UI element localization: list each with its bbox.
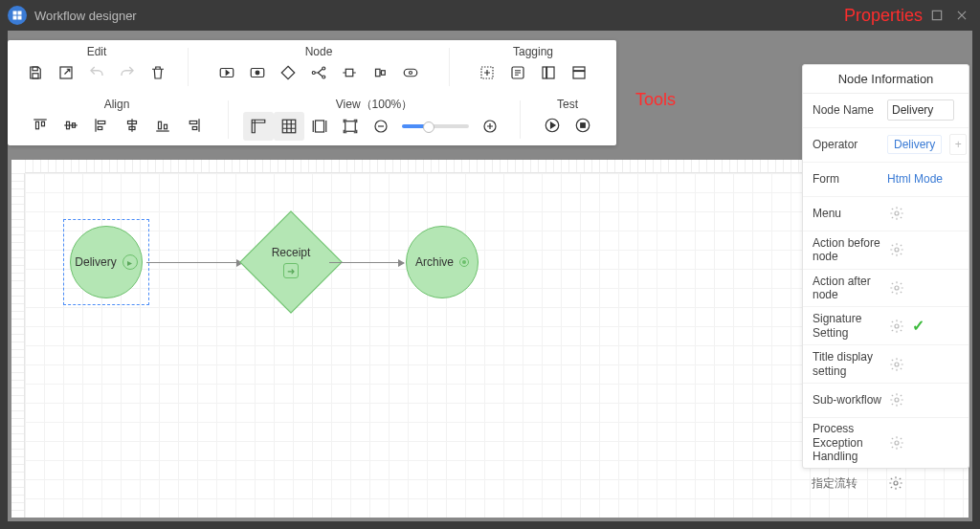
exception-settings-button[interactable] [887,433,906,452]
align-right-icon[interactable] [178,111,209,140]
edge-receipt-archive[interactable] [329,262,404,263]
prop-label-subworkflow: Sub-workflow [813,393,887,407]
prop-row-form: Form Html Mode [803,163,969,197]
svg-rect-35 [345,121,356,132]
svg-rect-31 [189,121,197,124]
svg-rect-20 [573,72,585,79]
maximize-icon[interactable] [926,5,947,26]
prop-row-menu: Menu [803,197,969,231]
save-icon[interactable] [20,58,51,87]
title-display-settings-button[interactable] [887,355,906,374]
loop-node-icon[interactable] [395,58,426,87]
toolbar-group-view: View（100%） [336,97,412,112]
close-icon[interactable] [951,5,972,26]
undo-icon[interactable] [81,58,112,87]
svg-rect-26 [98,127,102,130]
svg-point-14 [410,72,412,75]
svg-rect-0 [932,11,941,19]
zoom-in-icon[interactable] [475,112,505,141]
svg-rect-29 [159,121,162,129]
subworkflow-settings-button[interactable] [887,390,906,409]
node-delivery[interactable]: Delivery ▸ [70,226,143,298]
operator-tag[interactable]: Delivery [887,135,942,154]
svg-point-41 [895,211,899,215]
toolbar-group-node: Node [305,44,333,58]
action-after-settings-button[interactable] [887,278,906,298]
align-top-icon[interactable] [25,111,56,140]
form-mode-link[interactable]: Html Mode [887,172,943,186]
tag-select-icon[interactable] [472,58,502,87]
zoom-out-icon[interactable] [366,112,396,141]
svg-rect-2 [33,74,38,78]
signature-check-icon: ✓ [912,317,924,335]
branch-node-icon[interactable] [303,58,334,87]
start-node-icon[interactable] [212,58,242,87]
svg-rect-13 [404,69,417,77]
fit-screen-icon[interactable] [335,112,366,141]
prop-label-form: Form [813,172,887,186]
app-logo-icon [8,6,27,25]
align-bottom-icon[interactable] [147,111,178,140]
svg-rect-34 [316,121,324,132]
svg-rect-32 [192,127,197,130]
content-frame: Tools Edit Node [8,31,972,521]
menu-settings-button[interactable] [887,204,906,223]
run-test-icon[interactable] [537,111,568,140]
export-icon[interactable] [51,58,81,87]
prop-label-signature: Signature Setting [813,312,887,340]
align-left-icon[interactable] [86,111,117,140]
zoom-slider[interactable] [402,124,469,128]
prop-label-menu: Menu [813,207,887,220]
redo-icon[interactable] [112,58,143,87]
signature-settings-button[interactable] [887,317,906,336]
align-vcenter-icon[interactable] [56,111,86,140]
tag-hlane-icon[interactable] [564,58,594,87]
prop-row-stray: 指定流转 [802,469,969,497]
action-before-settings-button[interactable] [887,240,906,259]
prop-label-node-name: Node Name [813,103,887,117]
tag-text-icon[interactable] [502,58,533,87]
decision-node-icon[interactable] [273,58,303,87]
node-receipt[interactable]: Receipt ➜ [239,210,342,313]
delete-icon[interactable] [143,58,173,87]
fit-width-icon[interactable] [304,112,335,141]
stop-test-icon[interactable] [568,111,598,140]
svg-rect-40 [581,123,586,128]
operator-add-button[interactable]: + [949,134,967,155]
node-name-input[interactable] [887,99,954,121]
svg-rect-11 [376,69,381,77]
tag-vlane-icon[interactable] [533,58,564,87]
svg-point-46 [895,398,899,402]
svg-point-48 [894,481,898,485]
app-title: Workflow designer [34,9,137,23]
prop-label-action-before: Action before node [813,236,887,264]
grid-toggle-icon[interactable] [274,112,304,141]
svg-rect-12 [382,71,386,76]
svg-rect-25 [98,121,105,124]
ruler-toggle-icon[interactable] [243,112,274,141]
svg-point-7 [312,72,315,75]
prop-row-signature: Signature Setting ✓ [803,307,969,345]
svg-rect-22 [42,121,45,126]
svg-rect-19 [573,67,585,71]
svg-rect-30 [165,124,167,129]
prop-row-exception: Process Exception Handling [803,418,969,468]
receipt-node-icon: ➜ [283,263,299,278]
prop-label-operator: Operator [813,138,887,151]
align-hcenter-icon[interactable] [117,111,147,140]
svg-rect-21 [36,121,39,129]
subprocess-node-icon[interactable] [365,58,395,87]
svg-point-45 [895,363,899,366]
prop-row-action-before: Action before node [803,231,969,270]
svg-point-44 [895,324,899,328]
prop-row-title-display: Title display setting [803,345,969,384]
node-archive[interactable]: Archive [406,226,479,298]
task-node-icon[interactable] [334,58,365,87]
edge-delivery-receipt[interactable] [146,262,242,263]
title-bar: Workflow designer [0,0,980,31]
toolbar: Edit Node [8,40,616,145]
svg-point-9 [323,76,325,78]
svg-rect-1 [33,67,37,71]
stray-settings-button[interactable] [886,474,905,493]
end-node-icon[interactable] [242,58,273,87]
